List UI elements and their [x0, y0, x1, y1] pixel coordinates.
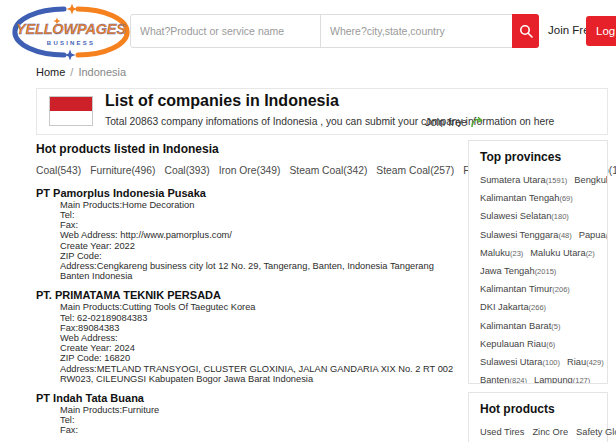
company-detail-line: Fax: — [60, 220, 462, 230]
province-link[interactable]: DKI Jakarta(266) — [480, 302, 546, 312]
province-link[interactable]: Sulawesi Tenggara(48) — [480, 230, 572, 240]
province-link[interactable]: Sumatera Utara(1591) — [480, 175, 567, 185]
company-detail-line: ZIP Code: 16820 — [60, 353, 462, 363]
logo-star-bottom-icon — [65, 50, 76, 61]
province-count: (206) — [552, 285, 570, 294]
company-detail-line: Tel: — [60, 210, 462, 220]
company-detail-line: Address:Cengkareng business city lot 12 … — [60, 261, 462, 281]
province-count: (127) — [573, 376, 591, 384]
province-count: (6) — [546, 340, 555, 349]
hot-product-link[interactable]: Steam Coal(257) — [376, 165, 454, 176]
province-row: Sulawesi Selatan(180) — [480, 206, 596, 224]
login-button[interactable]: Log In — [586, 16, 616, 46]
province-row: Banten(824)Lampung(127) — [480, 370, 596, 384]
top-provinces-title: Top provinces — [480, 150, 596, 164]
province-row: Kalimantan Barat(5) — [480, 316, 596, 334]
yellowpages-logo[interactable]: YELLOWPAGES BUSINESS — [10, 4, 132, 60]
join-free-arrow-icon — [470, 115, 483, 128]
province-link[interactable]: Banten(824) — [480, 375, 527, 384]
hot-products-box: Hot products Used TiresZinc OreSafety Gl… — [468, 392, 608, 442]
breadcrumb-current: Indonesia — [78, 66, 126, 78]
province-row: Kalimantan Tengah(69) — [480, 188, 596, 206]
breadcrumb-separator: / — [70, 66, 73, 78]
company-listing: PT Indah Tata BuanaMain Products:Furnitu… — [36, 392, 462, 436]
hot-products-title: Hot products — [480, 402, 596, 416]
hot-product-link[interactable]: Steam Coal(342) — [290, 165, 368, 176]
province-links: Sumatera Utara(1591)Bengkulu(27)Kalimant… — [480, 170, 596, 384]
province-count: (69) — [559, 194, 572, 203]
page-title: List of companies in Indonesia — [105, 92, 339, 110]
breadcrumb-home-link[interactable]: Home — [36, 66, 65, 78]
logo-graphic: YELLOWPAGES BUSINESS — [10, 4, 132, 60]
hot-product-link[interactable]: Zinc Ore — [532, 427, 568, 437]
company-detail-line: Main Products:Furniture — [60, 405, 462, 415]
search-button[interactable] — [512, 14, 539, 48]
hot-product-link[interactable]: Used Tires — [480, 427, 524, 437]
company-list: PT Pamorplus Indonesia PusakaMain Produc… — [36, 187, 462, 436]
join-free-banner-link[interactable]: Join free — [425, 115, 483, 128]
company-detail-line: Fax: — [60, 425, 462, 435]
province-link[interactable]: Maluku(23) — [480, 248, 523, 258]
page-subtitle: Total 20863 company infomations of Indon… — [105, 116, 554, 127]
page: YELLOWPAGES BUSINESS Join Free Log In Ho… — [0, 0, 616, 442]
province-count: (2) — [586, 249, 595, 258]
province-link[interactable]: Jawa Tengah(2015) — [480, 266, 556, 276]
company-detail-line: Fax:89084383 — [60, 323, 462, 333]
province-count: (1591) — [546, 176, 568, 185]
company-name-link[interactable]: PT. PRIMATAMA TEKNIK PERSADA — [36, 289, 462, 301]
company-detail-line: Web Address: http://www.pamorplus.com/ — [60, 230, 462, 240]
province-link[interactable]: Kalimantan Barat(5) — [480, 321, 561, 331]
province-link[interactable]: Kalimantan Timur(206) — [480, 284, 570, 294]
province-row: Sulawesi Tenggara(48)Papua(1) — [480, 225, 596, 243]
province-link[interactable]: Maluku Utara(2) — [530, 248, 594, 258]
company-details: Main Products:Home DecorationTel:Fax:Web… — [60, 200, 462, 282]
search-what-input[interactable] — [130, 14, 321, 48]
province-count: (23) — [510, 249, 523, 258]
company-detail-line: ZIP Code: — [60, 251, 462, 261]
company-details: Main Products:FurnitureTel:Fax: — [60, 405, 462, 436]
province-count: (824) — [509, 376, 527, 384]
company-details: Main Products:Cutting Tools Of Taegutec … — [60, 302, 462, 384]
country-banner: List of companies in Indonesia Total 208… — [36, 88, 608, 135]
hot-products-listed-title: Hot products listed in Indonesia — [36, 142, 462, 156]
company-detail-line: Tel: — [60, 415, 462, 425]
province-count: (5) — [551, 322, 560, 331]
hot-product-link[interactable]: Furniture(496) — [90, 165, 155, 176]
company-name-link[interactable]: PT Pamorplus Indonesia Pusaka — [36, 187, 462, 199]
province-count: (2015) — [535, 267, 557, 276]
logo-star-top-icon — [67, 4, 78, 15]
hot-product-link[interactable]: Coal(393) — [164, 165, 209, 176]
indonesia-flag-icon — [49, 96, 93, 126]
join-free-banner-label: Join free — [425, 116, 467, 128]
province-link[interactable]: Sulawesi Selatan(180) — [480, 211, 569, 221]
province-link[interactable]: Riau(429) — [567, 357, 604, 367]
top-provinces-box: Top provinces Sumatera Utara(1591)Bengku… — [468, 140, 608, 384]
company-detail-line: Main Products:Home Decoration — [60, 200, 462, 210]
province-row: Sulawesi Utara(100)Riau(429) — [480, 352, 596, 370]
province-row: Kalimantan Timur(206) — [480, 279, 596, 297]
company-detail-line: Address:METLAND TRANSYOGI, CLUSTER GLOXI… — [60, 364, 462, 384]
search-where-input[interactable] — [320, 14, 513, 48]
hot-product-link[interactable]: Coal(543) — [36, 165, 81, 176]
hot-product-links: Used TiresZinc OreSafety GlovesLeather G… — [480, 422, 596, 442]
province-link[interactable]: Sulawesi Utara(100) — [480, 357, 560, 367]
province-row: Maluku(23)Maluku Utara(2) — [480, 243, 596, 261]
hot-product-link[interactable]: Iron Ore(349) — [219, 165, 281, 176]
logo-wordmark: YELLOWPAGES — [16, 21, 126, 37]
hot-product-link[interactable]: Safety Gloves — [576, 427, 616, 437]
province-link[interactable]: Lampung(127) — [534, 375, 590, 384]
province-count: (180) — [551, 212, 569, 221]
company-detail-line: Tel: 62-02189084383 — [60, 313, 462, 323]
province-count: (48) — [558, 231, 571, 240]
province-row: Sumatera Utara(1591)Bengkulu(27) — [480, 170, 596, 188]
province-link[interactable]: Kalimantan Tengah(69) — [480, 193, 573, 203]
province-link[interactable]: Kepulauan Riau(6) — [480, 339, 555, 349]
province-link[interactable]: Papua(1) — [579, 230, 608, 240]
magnifier-icon — [519, 24, 533, 38]
company-name-link[interactable]: PT Indah Tata Buana — [36, 392, 462, 404]
header: YELLOWPAGES BUSINESS Join Free Log In — [0, 0, 616, 62]
province-link[interactable]: Bengkulu(27) — [574, 175, 608, 185]
province-count: (100) — [543, 358, 561, 367]
company-detail-line: Create Year: 2022 — [60, 241, 462, 251]
company-listing: PT Pamorplus Indonesia PusakaMain Produc… — [36, 187, 462, 282]
